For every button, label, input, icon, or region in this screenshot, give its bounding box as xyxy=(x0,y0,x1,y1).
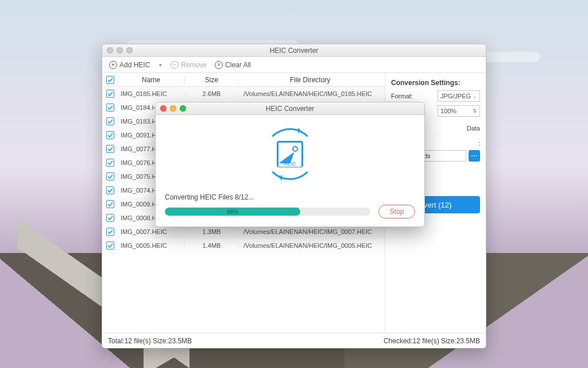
quality-value: 100% xyxy=(440,108,457,114)
heic-badge: HEIC xyxy=(278,161,301,167)
close-icon[interactable] xyxy=(160,105,167,112)
row-checkbox[interactable] xyxy=(106,117,114,125)
add-heic-label: Add HEIC xyxy=(119,61,150,69)
add-heic-dropdown[interactable]: ▾ xyxy=(156,61,165,69)
keep-exif-fragment: Data xyxy=(467,125,480,132)
progress-bar: 66% xyxy=(165,208,370,216)
minimize-icon[interactable] xyxy=(117,47,123,53)
clear-all-button[interactable]: × Clear All xyxy=(212,60,253,70)
file-name: IMG_0185.HEIC xyxy=(118,90,184,97)
progress-percent: 66% xyxy=(227,209,238,215)
list-header: Name Size File Directory xyxy=(102,73,385,87)
window-title: HEIC Converter xyxy=(270,47,319,55)
file-size: 1.3MB xyxy=(184,228,239,235)
progress-window-controls[interactable] xyxy=(160,105,186,112)
file-name: IMG_0005.HEIC xyxy=(118,242,184,249)
file-path: /Volumes/ELAINENAN/HEIC/IMG_0185.HEIC xyxy=(239,90,385,97)
remove-label: Remove xyxy=(181,61,207,69)
plus-icon: + xyxy=(109,61,117,69)
heic-convert-icon: HEIC xyxy=(264,128,316,180)
row-checkbox[interactable] xyxy=(106,159,114,167)
row-checkbox[interactable] xyxy=(106,172,114,181)
table-row[interactable]: IMG_0005.HEIC1.4MB/Volumes/ELAINENAN/HEI… xyxy=(102,239,385,252)
col-name[interactable]: Name xyxy=(118,76,184,84)
remove-button[interactable]: − Remove xyxy=(168,60,209,70)
ellipsis-icon: ⋯ xyxy=(471,152,478,160)
status-checked: Checked:12 file(s) Size:23.5MB xyxy=(384,337,480,345)
progress-dialog: HEIC Converter HEIC Converting HEIC File… xyxy=(155,102,425,227)
row-checkbox[interactable] xyxy=(106,145,114,153)
row-checkbox[interactable] xyxy=(106,103,114,112)
row-checkbox[interactable] xyxy=(106,228,114,236)
col-size[interactable]: Size xyxy=(184,76,239,84)
quality-select[interactable]: 100% ⇅ xyxy=(438,105,480,117)
zoom-icon[interactable] xyxy=(180,105,186,112)
row-checkbox[interactable] xyxy=(106,90,114,98)
clear-all-label: Clear All xyxy=(225,61,251,69)
stop-label: Stop xyxy=(390,208,404,216)
file-path: /Volumes/ELAINENAN/HEIC/IMG_0005.HEIC xyxy=(239,242,385,249)
col-directory[interactable]: File Directory xyxy=(239,76,385,84)
file-name: IMG_0007.HEIC xyxy=(118,228,184,235)
row-checkbox[interactable] xyxy=(106,200,114,208)
file-size: 2.6MB xyxy=(184,90,239,97)
progress-titlebar[interactable]: HEIC Converter xyxy=(156,102,424,115)
stepper-icon: ⇅ xyxy=(473,108,477,114)
table-row[interactable]: IMG_0185.HEIC2.6MB/Volumes/ELAINENAN/HEI… xyxy=(102,87,385,101)
browse-button[interactable]: ⋯ xyxy=(469,150,480,162)
status-total: Total:12 file(s) Size:23.5MB xyxy=(108,337,192,345)
window-controls[interactable] xyxy=(107,47,133,53)
row-checkbox[interactable] xyxy=(106,241,114,250)
chevron-down-icon: ⌄ xyxy=(473,93,477,99)
progress-graphic: HEIC xyxy=(156,115,424,193)
progress-fill: 66% xyxy=(165,208,300,216)
main-titlebar[interactable]: HEIC Converter xyxy=(102,44,486,57)
status-bar: Total:12 file(s) Size:23.5MB Checked:12 … xyxy=(102,333,486,348)
toolbar: + Add HEIC ▾ − Remove × Clear All xyxy=(102,57,486,73)
minimize-icon[interactable] xyxy=(170,105,176,112)
row-checkbox[interactable] xyxy=(106,131,114,139)
settings-heading: Conversion Settings: xyxy=(391,79,480,87)
add-heic-button[interactable]: + Add HEIC xyxy=(107,60,152,70)
row-checkbox[interactable] xyxy=(106,186,114,194)
destination-colon: : xyxy=(478,140,480,147)
file-size: 1.4MB xyxy=(184,242,239,249)
select-all-checkbox[interactable] xyxy=(106,76,114,84)
minus-icon: − xyxy=(171,61,179,69)
format-select[interactable]: JPG/JPEG ⌄ xyxy=(438,90,480,102)
x-icon: × xyxy=(215,61,223,69)
progress-status-text: Converting HEIC Files 8/12... xyxy=(165,193,415,201)
progress-title: HEIC Converter xyxy=(266,105,315,113)
format-label: Format: xyxy=(391,93,413,99)
file-path: /Volumes/ELAINENAN/HEIC/IMG_0007.HEIC xyxy=(239,228,385,235)
row-checkbox[interactable] xyxy=(106,214,114,222)
close-icon[interactable] xyxy=(107,47,113,53)
zoom-icon[interactable] xyxy=(126,47,133,53)
stop-button[interactable]: Stop xyxy=(378,205,415,218)
format-value: JPG/JPEG xyxy=(440,93,471,99)
